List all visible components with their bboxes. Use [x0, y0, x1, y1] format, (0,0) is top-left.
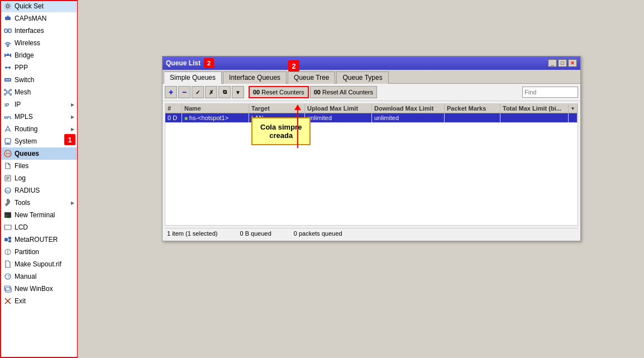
sidebar-item-capsman[interactable]: CAPsMAN — [0, 12, 78, 25]
sidebar-item-new-terminal[interactable]: >_ New Terminal — [0, 209, 78, 221]
window-minimize-button[interactable]: _ — [548, 59, 557, 67]
svg-point-21 — [10, 89, 12, 91]
sidebar-item-tools[interactable]: Tools — [0, 197, 78, 209]
sidebar-item-queues[interactable]: Queues — [0, 147, 78, 160]
tab-queue-tree[interactable]: Queue Tree — [288, 71, 335, 84]
sidebar-item-manual-label: Manual — [15, 273, 36, 280]
sidebar-item-exit-label: Exit — [15, 297, 26, 305]
switch-icon — [3, 75, 12, 84]
svg-rect-45 — [8, 237, 11, 240]
metarouter-icon — [3, 235, 12, 244]
callout-box: Cola simpre creada — [251, 117, 311, 145]
svg-point-6 — [7, 46, 8, 47]
window-badge: 2 — [204, 58, 214, 68]
window-title: Queue List — [166, 59, 201, 67]
queues-icon — [3, 149, 12, 158]
mpls-icon: MPLS — [3, 112, 12, 121]
sidebar-item-bridge[interactable]: Bridge — [0, 49, 78, 61]
exit-icon — [3, 297, 12, 306]
remove-button[interactable]: − — [178, 86, 190, 98]
sidebar-item-ppp[interactable]: PPP — [0, 61, 78, 74]
sidebar-item-mpls-label: MPLS — [15, 113, 33, 121]
sidebar-item-metarouter-label: MetaROUTER — [15, 236, 58, 244]
sidebar-item-lcd[interactable]: LCD — [0, 221, 78, 233]
sidebar-item-make-supout[interactable]: Make Supout.rif — [0, 258, 78, 270]
toolbar: + − ✓ ✗ ⧉ ▼ 00 Reset Counters 00 Reset A… — [163, 84, 580, 101]
reset-all-counters-button[interactable]: 00 Reset All Counters — [310, 86, 377, 98]
cell-upload: unlimited — [305, 113, 372, 122]
queued-status: 0 B queued — [240, 230, 271, 237]
svg-line-27 — [9, 93, 10, 94]
sidebar-item-ip[interactable]: IP IP — [0, 98, 78, 111]
svg-rect-3 — [4, 29, 7, 32]
svg-rect-43 — [4, 225, 11, 230]
add-button[interactable]: + — [165, 86, 177, 98]
table-container: # Name Target Upload Max Limit Download … — [165, 103, 578, 226]
window-maximize-button[interactable]: □ — [558, 59, 567, 67]
sidebar-item-mpls[interactable]: MPLS MPLS — [0, 111, 78, 123]
packets-status: 0 packets queued — [294, 230, 342, 237]
queue-icon: ■ — [184, 115, 189, 121]
annotation-label-2: 2 — [288, 60, 299, 71]
col-scroll[interactable]: ▼ — [569, 104, 578, 113]
tab-queue-types[interactable]: Queue Types — [336, 71, 388, 84]
statusbar: 1 item (1 selected) 0 B queued 0 packets… — [165, 228, 578, 238]
sidebar-item-files[interactable]: Files — [0, 160, 78, 172]
sidebar-item-quick-set-label: Quick Set — [15, 2, 44, 10]
sidebar-item-manual[interactable]: ? Manual — [0, 270, 78, 283]
sidebar-item-lcd-label: LCD — [15, 223, 28, 231]
svg-rect-8 — [4, 54, 6, 57]
mesh-icon — [3, 88, 12, 97]
cell-name: ■ hs-<hotspot1> — [182, 113, 249, 122]
edit-button[interactable]: ✓ — [192, 86, 204, 98]
sidebar-item-radius-label: RADIUS — [15, 187, 40, 194]
col-download: Download Max Limit — [372, 104, 445, 113]
sidebar-item-ip-label: IP — [15, 101, 21, 108]
sidebar-item-partition[interactable]: Partition — [0, 246, 78, 258]
partition-icon — [3, 247, 12, 256]
sidebar-item-ppp-label: PPP — [15, 64, 28, 71]
table-row[interactable]: 0 D ■ hs-<hotspot1> LAN unlimited unlimi… — [165, 113, 578, 123]
callout-arrow — [292, 109, 298, 148]
svg-point-13 — [8, 66, 11, 69]
svg-point-16 — [6, 79, 7, 80]
tab-simple-queues[interactable]: Simple Queues — [164, 71, 222, 84]
sidebar-item-mesh[interactable]: Mesh — [0, 86, 78, 98]
sidebar-item-bridge-label: Bridge — [15, 51, 34, 59]
sidebar-item-routing[interactable]: Routing — [0, 123, 78, 135]
svg-point-17 — [7, 79, 8, 80]
sidebar-item-log[interactable]: Log — [0, 172, 78, 184]
wireless-icon — [3, 39, 12, 47]
reset-all-counters-label: Reset All Counters — [322, 89, 373, 96]
sidebar: Quick Set CAPsMAN Interfaces Wireless Br… — [0, 0, 78, 358]
sidebar-item-switch[interactable]: Switch — [0, 74, 78, 86]
svg-text:MPLS: MPLS — [4, 116, 12, 120]
tab-interface-queues[interactable]: Interface Queues — [223, 71, 287, 84]
cell-download: unlimited — [372, 113, 445, 122]
svg-rect-9 — [10, 54, 11, 57]
svg-text:>_: >_ — [5, 214, 9, 218]
col-upload: Upload Max Limit — [305, 104, 372, 113]
sidebar-item-wireless[interactable]: Wireless — [0, 37, 78, 49]
sidebar-item-radius[interactable]: Rα RADIUS — [0, 184, 78, 197]
sidebar-item-metarouter[interactable]: MetaROUTER — [0, 233, 78, 246]
window-close-button[interactable]: ✕ — [568, 59, 577, 67]
filter-button[interactable]: ▼ — [232, 86, 244, 98]
reset-counters-button[interactable]: 00 Reset Counters — [249, 86, 309, 98]
ip-icon: IP — [3, 100, 12, 109]
cross-button[interactable]: ✗ — [205, 86, 217, 98]
window-titlebar: Queue List 2 _ □ ✕ — [163, 56, 580, 70]
svg-text:Rα: Rα — [6, 189, 10, 193]
svg-point-18 — [9, 79, 10, 80]
sidebar-item-exit[interactable]: Exit — [0, 295, 78, 307]
queue-list-window: Queue List 2 _ □ ✕ Simple Queues Interfa… — [162, 56, 581, 241]
file-icon — [3, 260, 12, 269]
sidebar-item-switch-label: Switch — [15, 76, 34, 84]
sidebar-item-new-winbox[interactable]: New WinBox — [0, 283, 78, 295]
svg-text:?: ? — [7, 274, 10, 279]
copy-button[interactable]: ⧉ — [218, 86, 231, 98]
sidebar-item-quick-set[interactable]: Quick Set — [0, 0, 78, 12]
svg-rect-2 — [7, 16, 9, 17]
search-input[interactable] — [522, 87, 578, 98]
sidebar-item-interfaces[interactable]: Interfaces — [0, 25, 78, 37]
